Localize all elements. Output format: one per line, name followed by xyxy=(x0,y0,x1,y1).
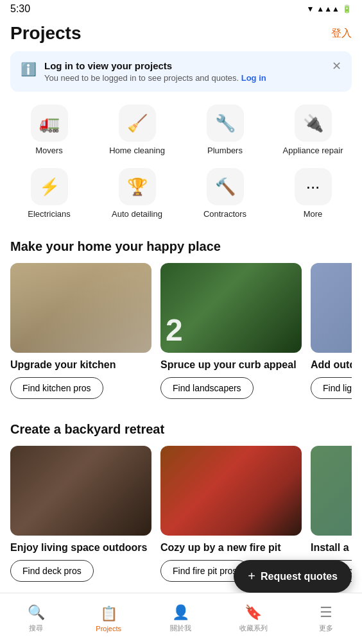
info-icon: ℹ️ xyxy=(21,62,37,77)
about-nav-label: 關於我 xyxy=(170,623,191,633)
category-item-plumbers[interactable]: 🔧 Plumbers xyxy=(187,99,264,160)
kitchen-image xyxy=(10,263,151,353)
deck-button[interactable]: Find deck pros xyxy=(10,560,94,582)
contractors-icon: 🔨 xyxy=(207,168,244,205)
home-cleaning-label: Home cleaning xyxy=(109,146,165,155)
kitchen-title: Upgrade your kitchen xyxy=(10,359,151,371)
install-title: Install a new door xyxy=(311,542,352,554)
status-icons: ▼ ▲▲▲ 🔋 xyxy=(306,4,352,13)
home-cleaning-icon: 🧹 xyxy=(119,105,156,142)
header: Projects 登入 xyxy=(0,18,362,51)
more-nav-nav-icon: ☰ xyxy=(320,604,332,621)
firepit-image xyxy=(160,446,302,536)
nav-item-more-nav[interactable]: ☰ 更多 xyxy=(300,604,352,633)
fab-label: Request quotes xyxy=(261,571,338,582)
wifi-icon: ▼ xyxy=(306,4,314,13)
category-item-movers[interactable]: 🚛 Movers xyxy=(11,99,88,160)
backyard-section-title: Create a backyard retreat xyxy=(10,422,352,437)
curb-appeal-title: Spruce up your curb appeal xyxy=(160,359,302,371)
electricians-icon: ⚡ xyxy=(31,168,68,205)
movers-label: Movers xyxy=(35,146,63,155)
bookmarks-nav-icon: 🔖 xyxy=(245,604,262,621)
category-item-contractors[interactable]: 🔨 Contractors xyxy=(187,163,264,224)
category-item-appliance-repair[interactable]: 🔌 Appliance repair xyxy=(275,99,352,160)
banner-close-button[interactable]: ✕ xyxy=(332,60,341,72)
auto-detailing-icon: 🏆 xyxy=(119,168,156,205)
category-row-2: ⚡ Electricians 🏆 Auto detailing 🔨 Contra… xyxy=(5,163,357,224)
battery-icon: 🔋 xyxy=(342,4,352,13)
signal-icon: ▲▲▲ xyxy=(316,4,340,13)
install-image xyxy=(311,446,352,536)
more-icon: ··· xyxy=(295,168,332,205)
auto-detailing-label: Auto detailing xyxy=(112,209,162,219)
kitchen-button[interactable]: Find kitchen pros xyxy=(10,377,103,399)
firepit-title: Cozy up by a new fire pit xyxy=(160,542,302,554)
more-label: More xyxy=(304,209,323,219)
happy-section: Make your home your happy place Upgrade … xyxy=(0,226,362,409)
bookmarks-nav-label: 收藏系列 xyxy=(239,623,268,633)
movers-icon: 🚛 xyxy=(31,105,68,142)
status-bar: 5:30 ▼ ▲▲▲ 🔋 xyxy=(0,0,362,18)
promo-card-kitchen: Upgrade your kitchen Find kitchen pros xyxy=(10,263,151,399)
curb-appeal-button[interactable]: Find landscapers xyxy=(160,377,254,399)
category-item-electricians[interactable]: ⚡ Electricians xyxy=(11,163,88,224)
curb-appeal-image xyxy=(160,263,302,353)
request-quotes-button[interactable]: + Request quotes xyxy=(234,560,352,593)
banner-login-link[interactable]: Log in xyxy=(241,73,266,83)
third-happy-button[interactable]: Find lighting pros xyxy=(311,377,352,399)
third-happy-image xyxy=(311,263,352,353)
page-title: Projects xyxy=(10,23,82,44)
banner-content: Log in to view your projects You need to… xyxy=(44,60,324,83)
nav-item-projects[interactable]: 📋 Projects xyxy=(83,606,134,632)
projects-nav-label: Projects xyxy=(96,625,121,632)
plus-icon: + xyxy=(248,569,255,584)
category-item-auto-detailing[interactable]: 🏆 Auto detailing xyxy=(99,163,176,224)
bottom-nav: 🔍 搜尋 📋 Projects 👤 關於我 🔖 收藏系列 ☰ 更多 xyxy=(0,593,362,644)
nav-item-bookmarks[interactable]: 🔖 收藏系列 xyxy=(228,604,279,633)
third-happy-title: Add outdoor lighting xyxy=(311,359,352,371)
search-nav-icon: 🔍 xyxy=(28,604,45,621)
happy-section-title: Make your home your happy place xyxy=(10,239,352,254)
category-item-more[interactable]: ··· More xyxy=(275,163,352,224)
nav-item-search[interactable]: 🔍 搜尋 xyxy=(10,604,62,633)
promo-card-third-happy: Add outdoor lighting Find lighting pros xyxy=(311,263,352,399)
status-time: 5:30 xyxy=(10,3,30,15)
promo-card-curb-appeal: Spruce up your curb appeal Find landscap… xyxy=(160,263,302,399)
search-nav-label: 搜尋 xyxy=(29,623,43,633)
happy-cards-scroll[interactable]: Upgrade your kitchen Find kitchen pros S… xyxy=(10,263,352,404)
appliance-repair-label: Appliance repair xyxy=(283,146,343,155)
projects-nav-icon: 📋 xyxy=(100,606,117,622)
promo-card-deck: Enjoy living space outdoors Find deck pr… xyxy=(10,446,151,582)
banner-subtitle: You need to be logged in to see projects… xyxy=(44,73,324,83)
more-nav-nav-label: 更多 xyxy=(319,623,333,633)
deck-title: Enjoy living space outdoors xyxy=(10,542,151,554)
deck-image xyxy=(10,446,151,536)
contractors-label: Contractors xyxy=(203,209,246,219)
login-button[interactable]: 登入 xyxy=(331,27,352,40)
appliance-repair-icon: 🔌 xyxy=(295,105,332,142)
nav-item-about[interactable]: 👤 關於我 xyxy=(155,604,207,633)
electricians-label: Electricians xyxy=(28,209,70,219)
plumbers-icon: 🔧 xyxy=(207,105,244,142)
banner-title: Log in to view your projects xyxy=(44,60,324,71)
about-nav-icon: 👤 xyxy=(172,604,189,621)
category-section: 🚛 Movers 🧹 Home cleaning 🔧 Plumbers 🔌 Ap… xyxy=(0,99,362,226)
login-banner: ℹ️ Log in to view your projects You need… xyxy=(10,51,352,92)
category-item-home-cleaning[interactable]: 🧹 Home cleaning xyxy=(99,99,176,160)
plumbers-label: Plumbers xyxy=(207,146,243,155)
category-row-1: 🚛 Movers 🧹 Home cleaning 🔧 Plumbers 🔌 Ap… xyxy=(5,99,357,160)
